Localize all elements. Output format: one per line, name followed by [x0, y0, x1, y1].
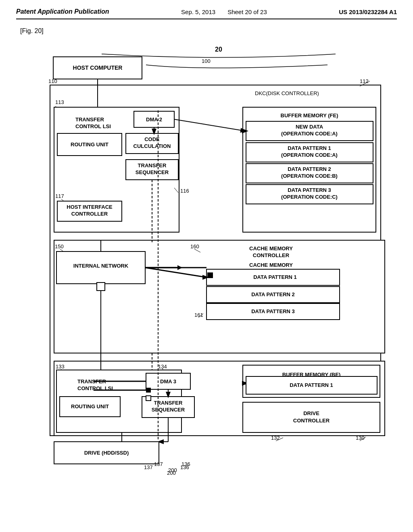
svg-text:DATA PATTERN 3: DATA PATTERN 3 [288, 187, 331, 193]
svg-text:CULCULATION: CULCULATION [133, 143, 171, 149]
svg-text:132: 132 [271, 435, 280, 441]
svg-text:110: 110 [48, 78, 57, 84]
svg-text:DKC(DISK CONTROLLER): DKC(DISK CONTROLLER) [255, 90, 319, 96]
svg-rect-82 [54, 442, 159, 464]
svg-text:112: 112 [360, 78, 369, 84]
svg-text:TRANSFER: TRANSFER [154, 400, 183, 406]
page: Patent Application Publication Sep. 5, 2… [0, 0, 413, 532]
svg-text:117: 117 [55, 193, 64, 199]
svg-rect-106 [146, 396, 151, 401]
svg-rect-43 [54, 240, 385, 353]
svg-text:(OPERATION CODE:A): (OPERATION CODE:A) [281, 131, 338, 137]
svg-text:DRIVE (HDD/SSD): DRIVE (HDD/SSD) [84, 450, 129, 456]
publication-label: Patent Application Publication [16, 8, 109, 15]
svg-rect-6 [50, 85, 381, 436]
svg-text:161: 161 [194, 312, 203, 318]
svg-text:CONTROLLER: CONTROLLER [293, 418, 330, 424]
svg-rect-34 [246, 143, 373, 162]
svg-rect-105 [146, 388, 151, 393]
svg-rect-72 [243, 365, 380, 397]
svg-text:116: 116 [180, 188, 189, 194]
sheet-info: Sheet 20 of 23 [227, 8, 267, 15]
svg-rect-20 [126, 160, 178, 180]
svg-text:HOST INTERFACE: HOST INTERFACE [67, 204, 113, 210]
svg-rect-28 [243, 107, 376, 232]
svg-line-92 [145, 268, 206, 277]
svg-text:DMA 2: DMA 2 [146, 116, 162, 123]
svg-text:SEQUENCER: SEQUENCER [152, 407, 185, 413]
svg-rect-69 [142, 397, 194, 418]
svg-text:CACHE MEMORY: CACHE MEMORY [249, 262, 293, 268]
svg-rect-65 [60, 397, 120, 417]
svg-text:DATA PATTERN 2: DATA PATTERN 2 [288, 166, 331, 172]
svg-rect-56 [206, 303, 340, 320]
svg-rect-51 [206, 269, 340, 285]
svg-text:133: 133 [56, 364, 65, 370]
svg-text:ROUTING UNIT: ROUTING UNIT [71, 403, 109, 409]
svg-rect-40 [246, 185, 373, 204]
svg-text:CONTROLLER: CONTROLLER [71, 211, 108, 217]
svg-text:113: 113 [55, 99, 64, 105]
svg-text:160: 160 [190, 243, 199, 249]
svg-text:BUFFER MEMORY (BE): BUFFER MEMORY (BE) [282, 372, 340, 378]
svg-rect-25 [57, 201, 122, 221]
svg-rect-15 [134, 111, 174, 127]
diagram-area: 20 HOST COMPUTER 110 100 112 DKC(DISK CO… [21, 43, 392, 486]
svg-rect-37 [246, 164, 373, 183]
page-header: Patent Application Publication Sep. 5, 2… [16, 8, 397, 19]
svg-text:DATA PATTERN 1: DATA PATTERN 1 [253, 274, 297, 280]
svg-text:DATA PATTERN 1: DATA PATTERN 1 [290, 382, 333, 388]
svg-rect-1 [53, 57, 142, 79]
svg-text:TRANSFER: TRANSFER [75, 116, 104, 123]
svg-text:ROUTING UNIT: ROUTING UNIT [71, 141, 108, 148]
svg-text:(OPERATION CODE:A): (OPERATION CODE:A) [281, 152, 338, 158]
fig-label: [Fig. 20] [20, 27, 397, 35]
svg-rect-12 [57, 133, 122, 156]
svg-rect-67 [146, 373, 190, 389]
svg-text:CONTROLLER: CONTROLLER [253, 252, 290, 258]
svg-text:(OPERATION CODE:C): (OPERATION CODE:C) [281, 194, 338, 200]
svg-text:INTERNAL NETWORK: INTERNAL NETWORK [73, 263, 129, 269]
svg-text:130: 130 [356, 435, 365, 441]
svg-text:115: 115 [148, 112, 157, 118]
svg-text:DATA PATTERN 3: DATA PATTERN 3 [251, 308, 295, 314]
svg-text:134: 134 [158, 364, 167, 370]
svg-text:DATA PATTERN 1: DATA PATTERN 1 [288, 145, 331, 151]
svg-rect-77 [243, 402, 380, 432]
svg-rect-62 [56, 370, 181, 432]
svg-rect-46 [56, 251, 145, 284]
svg-rect-75 [246, 376, 377, 394]
svg-marker-97 [177, 265, 182, 270]
svg-rect-30 [246, 121, 373, 141]
svg-text:CODE: CODE [144, 136, 160, 142]
svg-text:200: 200 [167, 470, 176, 476]
svg-text:BUFFER MEMORY (FE): BUFFER MEMORY (FE) [281, 112, 338, 118]
svg-text:137: 137 [154, 461, 163, 467]
svg-text:20: 20 [215, 46, 222, 53]
svg-text:(OPERATION CODE:B): (OPERATION CODE:B) [281, 173, 338, 179]
svg-text:CONTROL LSI: CONTROL LSI [75, 123, 111, 129]
svg-text:137: 137 [144, 464, 153, 470]
svg-text:HOST COMPUTER: HOST COMPUTER [73, 64, 123, 71]
svg-text:DMA 3: DMA 3 [160, 378, 176, 384]
svg-text:NEW DATA: NEW DATA [296, 124, 323, 130]
header-center: Sep. 5, 2013 Sheet 20 of 23 [181, 8, 267, 15]
svg-text:200: 200 [168, 467, 177, 473]
svg-rect-100 [97, 283, 105, 291]
svg-text:100: 100 [202, 58, 211, 64]
diagram-svg: 20 HOST COMPUTER 110 100 112 DKC(DISK CO… [21, 43, 392, 486]
svg-rect-52 [207, 272, 213, 278]
svg-text:CACHE MEMORY: CACHE MEMORY [249, 245, 293, 251]
svg-rect-59 [54, 361, 385, 436]
svg-rect-9 [54, 107, 179, 232]
pub-date: Sep. 5, 2013 [181, 8, 215, 15]
svg-text:SEQUENCER: SEQUENCER [136, 169, 169, 175]
svg-text:CONTROL LSI: CONTROL LSI [77, 385, 113, 391]
patent-number: US 2013/0232284 A1 [339, 8, 397, 15]
svg-text:136: 136 [181, 461, 190, 467]
svg-rect-54 [206, 287, 340, 303]
svg-text:DRIVE: DRIVE [303, 410, 319, 416]
svg-text:DATA PATTERN 2: DATA PATTERN 2 [251, 291, 295, 297]
svg-line-90 [174, 119, 245, 131]
svg-text:136: 136 [180, 464, 189, 470]
